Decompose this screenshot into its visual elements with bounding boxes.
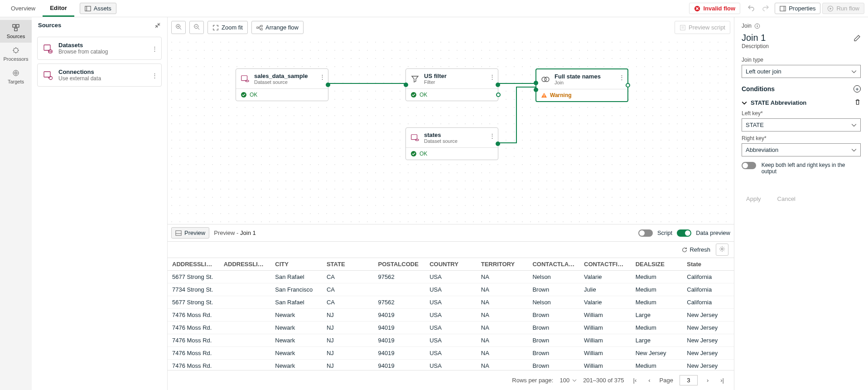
table-cell: 7476 Moss Rd. [168,347,219,360]
redo-button[interactable] [758,1,773,15]
source-card-connections[interactable]: Connections Use external data ⋮ [37,63,162,87]
tab-overview[interactable]: Overview [4,0,43,17]
table-cell: USA [425,334,477,347]
rail-targets[interactable]: Targets [0,65,32,88]
preview-label: Preview - Join 1 [214,229,256,236]
rows-per-page-label: Rows per page: [512,377,553,384]
last-page-button[interactable]: ›| [718,375,727,385]
next-page-button[interactable]: › [704,375,711,385]
first-page-button[interactable]: |‹ [631,375,640,385]
undo-button[interactable] [744,1,758,15]
arrange-flow-button[interactable]: Arrange flow [251,21,304,34]
kebab-icon[interactable]: ⋮ [152,72,158,78]
table-row[interactable]: 7476 Moss Rd.NewarkNJ94019USANABrownWill… [168,309,734,322]
table-row[interactable]: 7734 Strong St.San FranciscoCAUSANABrown… [168,283,734,296]
svg-point-24 [246,80,249,82]
kebab-icon[interactable]: ⋮ [319,73,325,80]
left-key-select[interactable]: STATE [742,118,861,132]
runflow-label: Run flow [836,5,859,12]
node-states[interactable]: states Dataset source ⋮ OK [405,127,498,160]
column-header[interactable]: State [682,258,734,271]
table-cell: CA [322,283,374,296]
preview-table: ADDRESSLINE1ADDRESSLINE2CITYSTATEPOSTALC… [168,258,734,370]
table-cell: NA [477,271,528,283]
prev-page-button[interactable]: ‹ [646,375,653,385]
column-header[interactable]: ADDRESSLINE1 [168,258,219,271]
column-header[interactable]: DEALSIZE [631,258,683,271]
node-us-filter[interactable]: US filter Filter ⋮ OK [405,68,498,101]
play-icon [827,5,834,12]
node-full-state-names[interactable]: Full state names Join ⋮ Warning [535,68,628,102]
table-cell: NJ [322,360,374,370]
preview-button[interactable]: Preview [171,227,209,239]
data-preview-toggle[interactable] [677,229,691,237]
collapse-icon[interactable] [154,22,161,29]
zoom-fit-button[interactable]: Zoom fit [207,21,248,34]
properties-button[interactable]: Properties [775,3,820,14]
table-cell: New Jersey [682,347,734,360]
preview-btn-label: Preview [184,229,205,236]
node-title: states [424,132,458,138]
rail-processors[interactable]: Processors [0,43,32,65]
column-header[interactable]: STATE [322,258,374,271]
table-cell: New Jersey [682,309,734,322]
flow-canvas[interactable]: sales_data_sample Dataset source ⋮ OK US… [168,38,734,224]
script-toggle[interactable] [638,229,653,237]
assets-button[interactable]: Assets [80,3,116,14]
column-header[interactable]: ADDRESSLINE2 [219,258,271,271]
join-type-label: Join type [742,57,861,63]
table-row[interactable]: 5677 Strong St.San RafaelCA97562USANANel… [168,296,734,309]
tab-editor[interactable]: Editor [43,0,74,17]
table-row[interactable]: 5677 Strong St.San RafaelCA97562USANANel… [168,271,734,283]
zoom-fit-label: Zoom fit [222,24,243,31]
edit-icon[interactable] [854,34,861,42]
table-row[interactable]: 7476 Moss Rd.NewarkNJ94019USANABrownWill… [168,334,734,347]
kebab-icon[interactable]: ⋮ [489,132,495,139]
table-settings-button[interactable] [716,244,728,256]
svg-rect-8 [14,28,17,31]
table-cell: William [579,334,631,347]
kebab-icon[interactable]: ⋮ [619,74,625,81]
column-header[interactable]: CONTACTFIRSTNAME [579,258,631,271]
svg-point-36 [721,248,723,250]
table-row[interactable]: 7476 Moss Rd.NewarkNJ94019USANABrownWill… [168,347,734,360]
table-cell: Medium [631,322,683,334]
kebab-icon[interactable]: ⋮ [152,45,158,52]
refresh-label: Refresh [690,246,710,253]
column-header[interactable]: TERRITORY [477,258,528,271]
column-header[interactable]: CONTACTLASTNAME [528,258,579,271]
column-header[interactable]: CITY [270,258,322,271]
delete-condition-button[interactable] [854,99,861,107]
zoom-in-button[interactable] [171,21,186,34]
table-cell: Medium [631,296,683,309]
column-header[interactable]: COUNTRY [425,258,477,271]
source-card-datasets[interactable]: Datasets Browse from catalog ⋮ [37,37,162,60]
right-key-select[interactable]: Abbreviation [742,143,861,156]
table-cell: Newark [270,334,322,347]
rows-per-page-value[interactable]: 100 [559,377,577,384]
refresh-button[interactable]: Refresh [681,246,710,253]
join-type-select[interactable]: Left outer join [742,65,861,78]
page-input[interactable] [680,375,698,385]
script-toggle-label: Script [657,229,672,236]
info-icon[interactable] [754,23,760,29]
table-cell: William [579,360,631,370]
properties-label: Properties [789,5,815,12]
column-header[interactable]: POSTALCODE [374,258,425,271]
keep-keys-toggle[interactable] [742,162,756,169]
kebab-icon[interactable]: ⋮ [489,73,495,80]
table-row[interactable]: 7476 Moss Rd.NewarkNJ94019USANABrownWill… [168,322,734,334]
table-row[interactable]: 7476 Moss Rd.NewarkNJ94019USANABrownWill… [168,360,734,370]
chevron-down-icon[interactable] [742,100,747,106]
fit-icon [212,24,219,31]
trash-icon [854,99,861,105]
add-condition-button[interactable]: + [854,85,861,93]
svg-rect-23 [241,75,247,80]
invalid-flow-badge[interactable]: Invalid flow [689,3,740,14]
rail-sources[interactable]: Sources [0,20,32,43]
svg-rect-31 [411,134,417,139]
zoom-out-button[interactable] [189,21,204,34]
svg-point-28 [545,77,549,82]
table-cell: Brown [528,360,579,370]
node-sales-data[interactable]: sales_data_sample Dataset source ⋮ OK [236,68,328,101]
